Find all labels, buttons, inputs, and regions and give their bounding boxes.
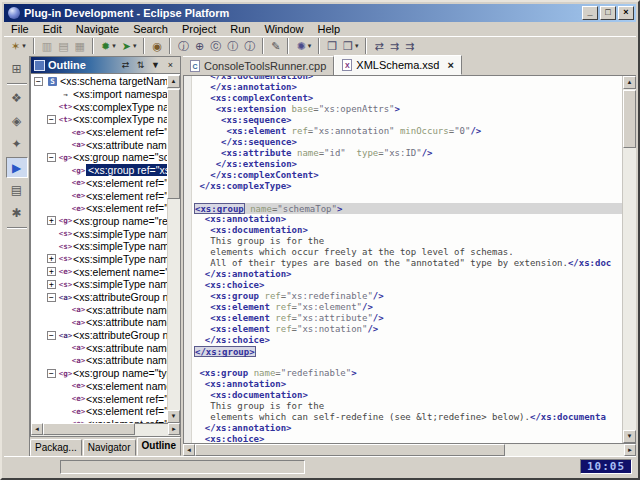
open-perspective-button[interactable]: ⊞ (6, 59, 28, 80)
outline-item[interactable]: <e><xs:element ref="x (31, 126, 167, 139)
outline-item[interactable]: <a><xs:attribute name (31, 316, 167, 329)
new-junit-test-button[interactable]: ⓙ (242, 38, 257, 55)
outline-item[interactable]: <e><xs:element ref="x (31, 202, 167, 215)
new-package-button[interactable]: ⊕ (193, 38, 206, 55)
debug-button[interactable]: ✹▾ (99, 38, 118, 55)
scroll-up-icon[interactable]: ▲ (623, 76, 636, 89)
outline-item[interactable]: <e><xs:element ref="x (31, 405, 167, 418)
forward-button[interactable]: ⇉ (403, 38, 416, 55)
dropdown-arrow-icon[interactable]: ▾ (133, 42, 137, 50)
java-perspective-button[interactable]: ◈ (6, 111, 28, 132)
scroll-right-icon[interactable]: ► (168, 423, 180, 435)
outline-item[interactable]: −S<xs:schema targetNamesp (31, 75, 167, 88)
close-button[interactable]: × (618, 6, 634, 20)
run-button[interactable]: ➤▾ (120, 38, 139, 55)
new-class-button[interactable]: ⓒ (208, 38, 223, 55)
menu-item-help[interactable]: Help (311, 23, 348, 35)
outline-item[interactable]: −<a><xs:attributeGroup nam (31, 291, 167, 304)
team-perspective-button[interactable]: ▤ (6, 180, 28, 201)
open-type-button[interactable]: ❒ (325, 38, 339, 55)
scroll-left-icon[interactable]: ◄ (183, 444, 195, 456)
link-with-editor-button[interactable]: ⇄ (118, 58, 133, 73)
menu-item-search[interactable]: Search (126, 23, 175, 35)
outline-item[interactable]: <a><xs:attribute name (31, 341, 167, 354)
collapse-icon[interactable]: − (47, 369, 56, 378)
outline-item[interactable]: <e><xs:element ref="x (31, 392, 167, 405)
outline-hscroll-thumb[interactable] (43, 423, 135, 435)
outline-item[interactable]: <e><xs:element ref="x (31, 189, 167, 202)
print-button[interactable]: ▦ (73, 38, 87, 55)
outline-item[interactable]: +<s><xs:simpleType name= (31, 278, 167, 291)
console-button[interactable]: ◉ (150, 38, 164, 55)
collapse-icon[interactable]: − (47, 115, 56, 124)
new-java-project-button[interactable]: ⓙ (176, 38, 191, 55)
expand-icon[interactable]: + (47, 280, 56, 289)
menu-item-navigate[interactable]: Navigate (69, 23, 126, 35)
search-button[interactable]: ✺▾ (294, 38, 313, 55)
editor-body[interactable]: </xs:documentation> </xs:annotation> <xs… (183, 76, 636, 443)
outline-item[interactable]: <s><xs:simpleType name= (31, 227, 167, 240)
pencil-button[interactable]: ✎ (269, 38, 282, 55)
new-interface-button[interactable]: ⓘ (225, 38, 240, 55)
save-as-button[interactable]: ▤ (56, 38, 70, 55)
last-edit-location-button[interactable]: ⇄ (372, 38, 385, 55)
collapse-icon[interactable]: − (47, 293, 56, 302)
debug-perspective-button[interactable]: ▶ (6, 157, 28, 178)
outline-item[interactable]: <e><xs:element ref="x (31, 177, 167, 190)
expand-icon[interactable]: + (47, 254, 56, 263)
scroll-up-icon[interactable]: ▲ (167, 75, 180, 88)
outline-vertical-scrollbar[interactable]: ▲ ▼ (167, 75, 180, 423)
view-tab-packag[interactable]: Packag... (30, 439, 82, 456)
menu-item-window[interactable]: Window (257, 23, 310, 35)
view-tab-outline[interactable]: Outline (137, 437, 181, 456)
outline-item[interactable]: +<g><xs:group name="rede (31, 215, 167, 228)
menu-item-project[interactable]: Project (175, 23, 223, 35)
plugin-perspective-button[interactable]: ✦ (6, 134, 28, 155)
outline-horizontal-scrollbar[interactable]: ◄ ► (30, 424, 181, 437)
dropdown-arrow-icon[interactable]: ▾ (112, 42, 116, 50)
outline-tree[interactable]: −S<xs:schema targetNamesp→<xs:import nam… (31, 75, 167, 423)
editor-vertical-scrollbar[interactable]: ▲ ▼ (622, 76, 636, 443)
outline-item[interactable]: +<s><xs:simpleType name= (31, 253, 167, 266)
scroll-down-icon[interactable]: ▼ (623, 430, 636, 443)
dropdown-arrow-icon[interactable]: ▾ (355, 42, 359, 50)
editor-vscroll-thumb[interactable] (623, 90, 636, 148)
view-menu-button[interactable]: ▼ (148, 58, 163, 73)
collapse-icon[interactable]: − (47, 331, 56, 340)
view-tab-navigator[interactable]: Navigator (83, 439, 136, 456)
outline-item[interactable]: <a><xs:attribute name (31, 354, 167, 367)
back-button[interactable]: ⇉ (388, 38, 401, 55)
outline-item[interactable]: <s><xs:simpleType name= (31, 240, 167, 253)
scroll-down-icon[interactable]: ▼ (167, 410, 180, 423)
menu-item-run[interactable]: Run (223, 23, 257, 35)
close-view-button[interactable]: × (163, 58, 178, 73)
menu-item-edit[interactable]: Edit (36, 23, 69, 35)
outline-item[interactable]: <a><xs:attribute name (31, 303, 167, 316)
open-resource-button[interactable]: ❒▾ (341, 38, 360, 55)
scroll-left-icon[interactable]: ◄ (31, 423, 43, 435)
save-button[interactable]: ▥ (40, 38, 54, 55)
resource-perspective-button[interactable]: ❖ (6, 88, 28, 109)
outline-item[interactable]: −<g><xs:group name="sche (31, 151, 167, 164)
editor-tab-consoletoolsrunner-cpp[interactable]: CConsoleToolsRunner.cpp (183, 56, 334, 75)
editor-tab-xmlschema-xsd[interactable]: XXMLSchema.xsd× (334, 55, 462, 75)
dropdown-arrow-icon[interactable]: ▾ (22, 42, 26, 50)
editor-hscroll-thumb[interactable] (195, 444, 505, 456)
outline-item[interactable]: −<g><xs:group name="type (31, 367, 167, 380)
menu-item-file[interactable]: File (4, 23, 36, 35)
outline-item[interactable]: +<e><xs:element name="sc (31, 265, 167, 278)
restore-button[interactable]: □ (600, 6, 616, 20)
outline-item[interactable]: −<a><xs:attributeGroup nam (31, 329, 167, 342)
outline-item[interactable]: <e><xs:element name= (31, 380, 167, 393)
outline-item[interactable]: <t><xs:complexType name (31, 100, 167, 113)
scroll-right-icon[interactable]: ► (624, 444, 636, 456)
expand-icon[interactable]: + (47, 267, 56, 276)
outline-item[interactable]: <a><xs:attribute name (31, 138, 167, 151)
sort-button[interactable]: ⇅ (133, 58, 148, 73)
editor-horizontal-scrollbar[interactable]: ◄ ► (183, 443, 636, 456)
close-tab-icon[interactable]: × (447, 60, 453, 70)
minimize-button[interactable]: _ (582, 6, 598, 20)
collapse-icon[interactable]: − (47, 153, 56, 162)
outline-item[interactable]: −<t><xs:complexType name (31, 113, 167, 126)
xml-perspective-button[interactable]: ✱ (6, 203, 28, 224)
